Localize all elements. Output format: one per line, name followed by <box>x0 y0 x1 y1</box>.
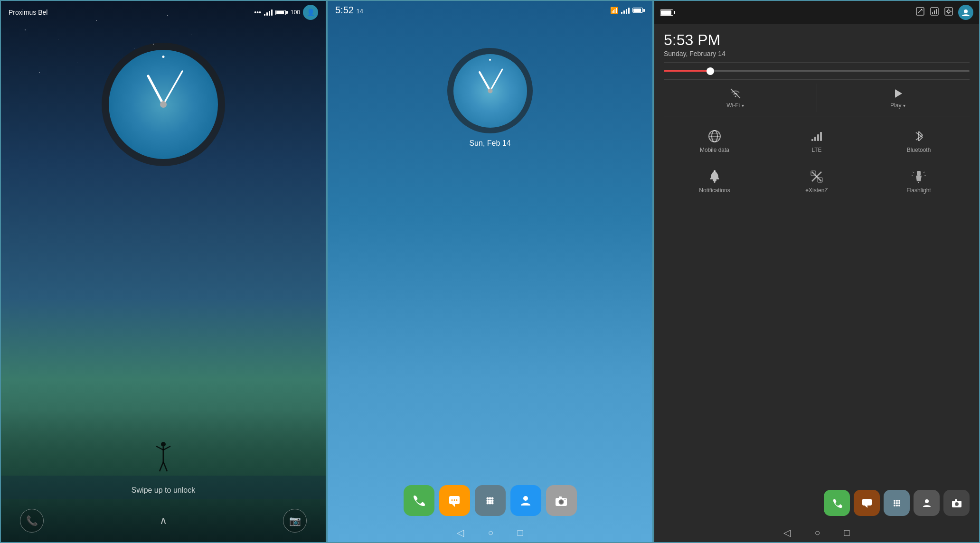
phone-app-icon <box>412 494 426 508</box>
mobile-data-tile[interactable]: Mobile data <box>664 121 765 161</box>
notif-dock <box>824 490 970 516</box>
svg-point-45 <box>964 9 968 13</box>
status-icons: ••• 100 👤 <box>254 5 318 20</box>
svg-line-72 <box>913 172 914 173</box>
svg-rect-91 <box>955 499 957 501</box>
svg-line-1 <box>163 71 182 104</box>
svg-rect-62 <box>713 179 716 181</box>
apps-grid-icon <box>483 494 497 508</box>
home-nav-bar: ◁ ○ □ <box>328 527 652 538</box>
user-avatar[interactable]: 👤 <box>303 5 318 20</box>
svg-rect-30 <box>559 496 562 498</box>
svg-point-81 <box>894 502 895 504</box>
notif-home-button[interactable]: ○ <box>814 527 820 538</box>
svg-point-24 <box>489 502 491 504</box>
svg-rect-37 <box>934 10 935 14</box>
settings-icon[interactable] <box>944 7 953 19</box>
home-button[interactable]: ○ <box>488 527 493 538</box>
svg-point-22 <box>491 499 494 502</box>
back-button[interactable]: ◁ <box>457 527 464 538</box>
bluetooth-tile[interactable]: Bluetooth <box>868 121 970 161</box>
svg-point-86 <box>898 505 900 506</box>
pencil-icon <box>915 7 925 16</box>
notif-back-button[interactable]: ◁ <box>783 527 791 538</box>
svg-line-6 <box>163 446 170 450</box>
svg-point-63 <box>714 181 716 183</box>
svg-line-8 <box>163 462 167 471</box>
notif-msg-app[interactable] <box>854 490 880 516</box>
notif-apps-app[interactable] <box>884 490 910 516</box>
dock-contacts-app[interactable] <box>510 485 541 516</box>
home-status-bar: 5:52 14 📶 <box>328 1 652 19</box>
svg-rect-53 <box>811 139 813 141</box>
notif-recent-button[interactable]: □ <box>844 527 850 538</box>
svg-point-16 <box>456 499 458 501</box>
svg-marker-77 <box>865 506 867 508</box>
status-bar: Proximus Bel ••• 100 👤 <box>1 1 326 24</box>
svg-point-79 <box>896 500 898 502</box>
swipe-up-indicator[interactable]: ∧ <box>160 515 167 527</box>
user-avatar-icon <box>961 8 971 17</box>
phone-icon-button[interactable]: 📞 <box>20 509 44 533</box>
svg-point-21 <box>489 499 491 502</box>
play-icon <box>891 87 905 100</box>
svg-point-26 <box>523 496 528 501</box>
chart-icon[interactable] <box>930 7 939 19</box>
carrier-text: Proximus Bel <box>9 9 47 16</box>
existenz-tile[interactable]: eXistenZ <box>766 161 867 201</box>
wifi-dropdown-arrow[interactable]: ▾ <box>742 103 744 108</box>
notif-nav-bar: ◁ ○ □ <box>654 527 979 538</box>
notifications-label: Notifications <box>699 187 730 194</box>
wifi-control[interactable]: Wi-Fi ▾ <box>664 87 807 109</box>
lte-tile[interactable]: LTE <box>766 121 867 161</box>
notif-camera-app[interactable] <box>943 490 970 516</box>
svg-point-90 <box>955 503 958 505</box>
svg-point-3 <box>161 442 166 447</box>
svg-rect-54 <box>814 137 816 141</box>
svg-point-40 <box>947 10 950 13</box>
brightness-slider-row <box>654 63 979 79</box>
brightness-track[interactable] <box>664 70 970 72</box>
dock-apps-grid[interactable] <box>475 485 506 516</box>
recent-button[interactable]: □ <box>518 527 523 538</box>
flashlight-tile[interactable]: Flashlight <box>868 161 970 201</box>
clock-face <box>109 50 218 159</box>
person-silhouette-svg <box>154 440 173 474</box>
svg-line-73 <box>923 172 925 173</box>
svg-rect-55 <box>817 134 819 141</box>
svg-marker-47 <box>895 89 902 98</box>
svg-rect-38 <box>936 9 937 14</box>
notification-panel: 5:53 PM Sunday, February 14 Wi-Fi ▾ <box>653 0 980 543</box>
gear-icon <box>944 7 953 16</box>
play-dropdown-arrow[interactable]: ▾ <box>903 103 905 108</box>
play-label: Play ▾ <box>890 102 905 109</box>
dock-messages-app[interactable] <box>439 485 470 516</box>
lte-icon <box>809 129 824 144</box>
dock-camera-app[interactable] <box>546 485 577 516</box>
home-clock-hands-svg <box>453 54 527 128</box>
svg-point-17 <box>487 497 489 499</box>
notif-phone-app[interactable] <box>824 490 850 516</box>
svg-point-2 <box>160 101 167 108</box>
svg-point-15 <box>454 499 455 501</box>
home-clock-outer <box>447 48 533 133</box>
media-divider <box>817 84 817 112</box>
dock-phone-app[interactable] <box>404 485 434 516</box>
notifications-icon <box>707 169 722 184</box>
svg-rect-69 <box>917 171 921 176</box>
svg-point-87 <box>925 499 929 503</box>
svg-line-10 <box>490 69 502 91</box>
existenz-icon <box>809 169 824 184</box>
notif-top-bar <box>654 1 979 24</box>
notif-contacts-app[interactable] <box>914 490 940 516</box>
edit-icon[interactable] <box>915 7 925 19</box>
lock-clock-container <box>1 43 326 166</box>
notif-user-avatar[interactable] <box>958 5 973 20</box>
messages-app-icon <box>447 494 462 508</box>
swipe-to-unlock-text: Swipe up to unlock <box>1 486 326 495</box>
mobile-data-icon <box>707 129 722 144</box>
brightness-thumb[interactable] <box>707 67 714 75</box>
notifications-tile[interactable]: Notifications <box>664 161 765 201</box>
play-control[interactable]: Play ▾ <box>827 87 970 109</box>
camera-icon-button[interactable]: 📷 <box>283 509 307 533</box>
